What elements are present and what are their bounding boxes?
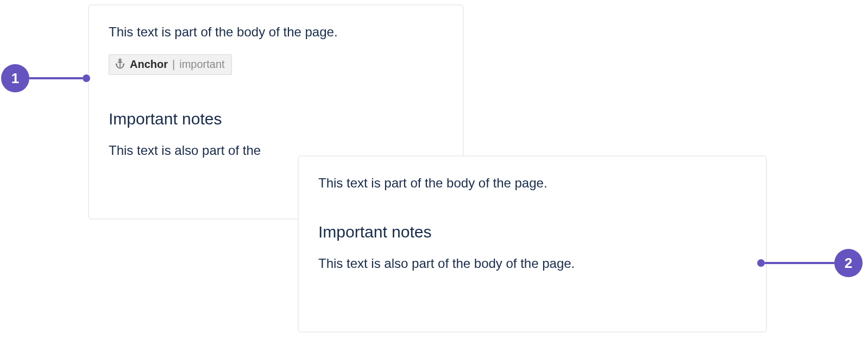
heading-important-notes-1: Important notes [109, 110, 443, 128]
body-text-top-1: This text is part of the body of the pag… [109, 23, 443, 41]
callout-endcap-1 [83, 74, 90, 82]
svg-point-0 [119, 59, 121, 61]
editor-panel-2: This text is part of the body of the pag… [298, 155, 767, 333]
callout-endcap-2 [757, 259, 765, 267]
callout-badge-2: 2 [834, 249, 863, 277]
callout-badge-1: 1 [1, 64, 29, 92]
heading-important-notes-2: Important notes [318, 223, 746, 241]
anchor-icon [115, 58, 125, 71]
callout-line-2 [765, 262, 834, 264]
anchor-macro[interactable]: Anchor | important [109, 54, 232, 75]
callout-line-1 [29, 77, 83, 79]
body-text-bottom-2: This text is also part of the body of th… [318, 254, 746, 273]
callout-marker-1: 1 [1, 64, 90, 92]
anchor-macro-label: Anchor [130, 58, 168, 71]
svg-line-4 [116, 64, 117, 64]
svg-line-6 [124, 64, 124, 64]
callout-marker-2: 2 [757, 249, 863, 277]
anchor-macro-separator: | [172, 58, 175, 71]
anchor-macro-name: important [179, 58, 224, 71]
body-text-top-2: This text is part of the body of the pag… [318, 174, 746, 192]
